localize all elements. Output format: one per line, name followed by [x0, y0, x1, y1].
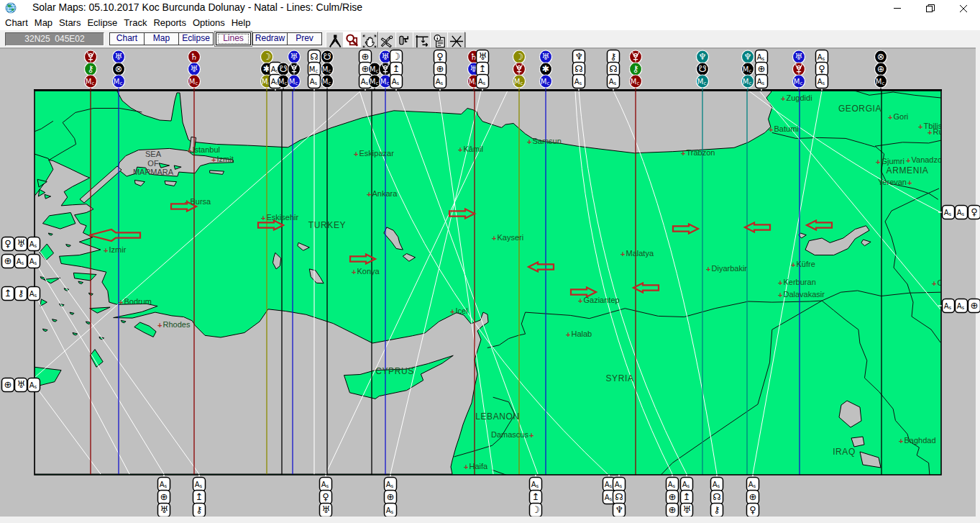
svg-text:Damascus: Damascus	[491, 430, 528, 439]
svg-text:♅: ♅	[478, 51, 487, 62]
planet-badge: Mc	[742, 63, 754, 76]
svg-text:+: +	[185, 198, 189, 206]
map-button[interactable]: Map	[144, 32, 179, 45]
close-button[interactable]	[947, 0, 980, 16]
menu-help[interactable]: Help	[228, 17, 254, 31]
svg-text:+: +	[781, 94, 785, 103]
eclipse-button[interactable]: Eclipse	[178, 32, 214, 45]
svg-text:Konya: Konya	[357, 267, 380, 276]
svg-text:☊: ☊	[310, 51, 319, 62]
bottom-line-markers: As☊⚷	[711, 475, 723, 517]
point-badge-box: As	[158, 478, 170, 491]
point-badge-box: ☊	[711, 491, 723, 504]
svg-text:Bursa: Bursa	[191, 197, 212, 206]
point-badge-box: ♀	[2, 237, 14, 251]
planet-badge: Mc	[875, 75, 887, 88]
astro-map[interactable]: +Istanbul+Izmit+Bursa+Eskisehir+Eskipaza…	[0, 49, 980, 517]
svg-text:⚷: ⚷	[610, 51, 617, 62]
point-badge-box: ⊕	[667, 504, 679, 517]
point-badge-box: ☽	[530, 504, 542, 517]
point-badge-box: ☊	[573, 63, 585, 76]
bottom-line-markers: As↥♅	[681, 475, 693, 517]
point-badge-box: ♅	[15, 237, 27, 251]
svg-text:☊: ☊	[713, 491, 721, 502]
city-label: +Diyarbakir	[706, 264, 747, 273]
minimize-button[interactable]	[881, 0, 914, 16]
svg-text:+: +	[187, 146, 191, 155]
point-badge-box: ↥	[530, 491, 542, 504]
bottom-line-markers: As♀♅	[320, 475, 332, 517]
point-badge-box: As	[956, 299, 968, 313]
planet-badge: ⚷	[630, 63, 642, 76]
planet-badge	[288, 63, 301, 76]
maximize-button[interactable]	[914, 0, 947, 16]
svg-text:☊: ☊	[609, 63, 618, 74]
svg-text:☽: ☽	[531, 504, 540, 515]
svg-text:+: +	[928, 128, 932, 137]
menu-eclipse[interactable]: Eclipse	[84, 17, 121, 31]
svg-text:♀: ♀	[322, 491, 329, 502]
svg-text:+: +	[888, 113, 892, 122]
lines-button[interactable]: Lines	[216, 32, 251, 45]
menu-reports[interactable]: Reports	[150, 17, 190, 31]
planet-badge: Mc	[697, 75, 709, 88]
city-label: +Konya	[352, 267, 380, 276]
svg-text:⚷: ⚷	[632, 63, 638, 74]
chart-button[interactable]: Chart	[109, 32, 145, 45]
app-globe-icon	[5, 2, 17, 14]
top-line-markers: ☋Mc	[278, 63, 290, 91]
svg-text:+: +	[211, 155, 216, 164]
country-label: LEBANON	[475, 411, 520, 422]
planet-badge: Mc	[630, 75, 642, 88]
right-line-markers: AsAs⊕	[938, 299, 980, 313]
planet-badge: ☽	[513, 50, 526, 63]
point-badge-box: As	[667, 478, 679, 491]
top-line-markers: ♅✱Mc	[540, 50, 552, 91]
svg-text:+: +	[367, 190, 371, 199]
point-badge-box: As	[28, 287, 40, 301]
planet-badge: Mc	[288, 75, 301, 88]
redraw-button[interactable]: Redraw	[252, 32, 288, 45]
svg-text:⊕: ⊕	[160, 491, 168, 502]
point-badge-box: As	[756, 75, 768, 88]
planet-badge: ♆	[742, 50, 754, 63]
top-line-markers: ☋McMc	[321, 50, 334, 91]
svg-text:Kayseri: Kayseri	[498, 233, 524, 242]
point-badge-box: ⚷	[711, 504, 723, 517]
svg-text:♅: ♅	[290, 51, 298, 62]
point-badge-box: As	[308, 75, 321, 88]
city-label: +Izmir	[104, 245, 127, 255]
svg-text:⊕: ⊕	[436, 63, 444, 74]
point-badge-box: ♅	[681, 504, 693, 517]
menu-stars[interactable]: Stars	[56, 17, 84, 31]
minimize-icon	[894, 4, 902, 12]
top-line-markers: ⚷Mc	[630, 50, 642, 91]
menu-map[interactable]: Map	[31, 17, 55, 31]
prev-button[interactable]: Prev	[287, 32, 322, 45]
svg-text:♆: ♆	[615, 504, 623, 515]
svg-text:♄: ♄	[190, 51, 198, 62]
svg-text:♀: ♀	[436, 51, 444, 62]
menu-chart[interactable]: Chart	[2, 17, 32, 31]
top-line-markers: ♄♅Mc	[188, 50, 201, 91]
point-badge-box: As	[477, 75, 489, 88]
point-badge-box: ♆	[573, 50, 585, 64]
menu-track[interactable]: Track	[121, 17, 150, 31]
planet-badge: ♅	[540, 50, 552, 63]
city-label: +Rhodes	[157, 320, 191, 329]
country-label: SYRIA	[605, 373, 633, 383]
svg-text:↥: ↥	[393, 63, 400, 74]
menu-options[interactable]: Options	[189, 17, 228, 31]
country-label: TURKEY	[308, 220, 346, 230]
svg-text:♀: ♀	[4, 238, 12, 249]
point-badge-box: ☊	[608, 63, 620, 76]
planet-badge: Mc	[513, 75, 526, 88]
svg-text:+: +	[157, 321, 162, 329]
point-badge-box: ♆	[613, 504, 626, 517]
point-badge-box: As	[15, 255, 27, 268]
svg-text:+: +	[932, 279, 936, 288]
svg-text:♀: ♀	[971, 206, 978, 217]
point-badge-box: ↥	[681, 491, 693, 504]
planet-badge: Mc	[793, 75, 805, 88]
point-badge-box: As	[390, 75, 403, 88]
